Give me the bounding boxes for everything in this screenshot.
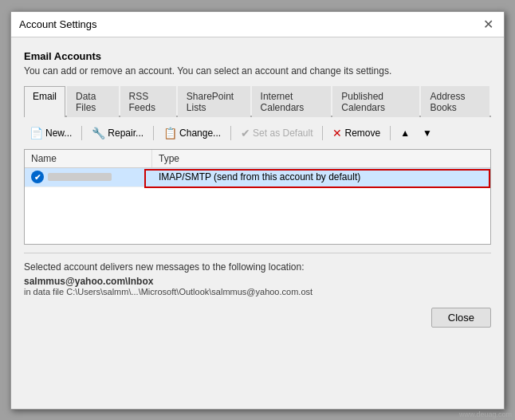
remove-button[interactable]: ✕ Remove: [327, 124, 386, 143]
delivery-path: salmmus@yahoo.com\Inbox: [24, 276, 491, 287]
watermark: www.deuag.com: [459, 410, 512, 418]
table-body: ✔ IMAP/SMTP (send from this account by d…: [25, 168, 490, 187]
tab-rss-feeds[interactable]: RSS Feeds: [120, 86, 176, 117]
remove-icon: ✕: [332, 127, 342, 139]
tab-bar: Email Data Files RSS Feeds SharePoint Li…: [24, 86, 491, 117]
account-name-cell: ✔: [25, 168, 152, 186]
tab-sharepoint[interactable]: SharePoint Lists: [178, 86, 250, 117]
change-icon: 📋: [163, 127, 177, 139]
close-dialog-button[interactable]: Close: [431, 308, 491, 328]
section-title: Email Accounts: [24, 50, 491, 62]
table-row[interactable]: ✔ IMAP/SMTP (send from this account by d…: [25, 168, 490, 187]
col-header-type: Type: [152, 150, 490, 167]
tab-email[interactable]: Email: [24, 86, 65, 117]
checkmark-icon: ✔: [241, 127, 250, 139]
repair-icon: 🔧: [92, 127, 105, 139]
separator-4: [322, 126, 323, 140]
account-type-cell: IMAP/SMTP (send from this account by def…: [152, 169, 490, 185]
accounts-table: Name Type ✔ IMAP/SMTP (send from this ac…: [24, 149, 491, 245]
accounts-toolbar: 📄 New... 🔧 Repair... 📋 Change... ✔ Set a…: [24, 124, 491, 143]
tab-address-books[interactable]: Address Books: [421, 86, 489, 117]
new-icon: 📄: [29, 127, 43, 139]
separator-5: [390, 126, 391, 140]
set-default-button[interactable]: ✔ Set as Default: [235, 124, 318, 143]
col-header-name: Name: [25, 150, 152, 167]
bottom-buttons: Close: [24, 304, 491, 328]
account-settings-dialog: Account Settings ✕ Email Accounts You ca…: [10, 11, 505, 410]
separator-1: [81, 126, 82, 140]
move-down-button[interactable]: ▼: [417, 124, 438, 142]
table-header: Name Type: [25, 150, 490, 168]
account-icon: ✔: [31, 171, 44, 183]
new-button[interactable]: 📄 New...: [24, 124, 77, 143]
delivery-label: Selected account delivers new messages t…: [24, 261, 305, 273]
tab-published-calendars[interactable]: Published Calendars: [332, 86, 419, 117]
tab-data-files[interactable]: Data Files: [67, 86, 119, 117]
dialog-title: Account Settings: [19, 18, 97, 30]
tab-internet-calendars[interactable]: Internet Calendars: [252, 86, 332, 117]
move-up-button[interactable]: ▲: [395, 124, 415, 142]
separator-3: [230, 126, 231, 140]
repair-button[interactable]: 🔧 Repair...: [86, 124, 149, 143]
account-name-blurred: [48, 173, 112, 181]
dialog-content: Email Accounts You can add or remove an …: [11, 37, 504, 409]
delivery-file: in data file C:\Users\salmm\...\Microsof…: [24, 287, 491, 296]
separator-2: [153, 126, 154, 140]
title-bar: Account Settings ✕: [11, 12, 504, 37]
change-button[interactable]: 📋 Change...: [158, 124, 226, 143]
delivery-info: Selected account delivers new messages t…: [24, 253, 491, 296]
window-close-button[interactable]: ✕: [480, 16, 496, 32]
section-description: You can add or remove an account. You ca…: [24, 65, 491, 77]
